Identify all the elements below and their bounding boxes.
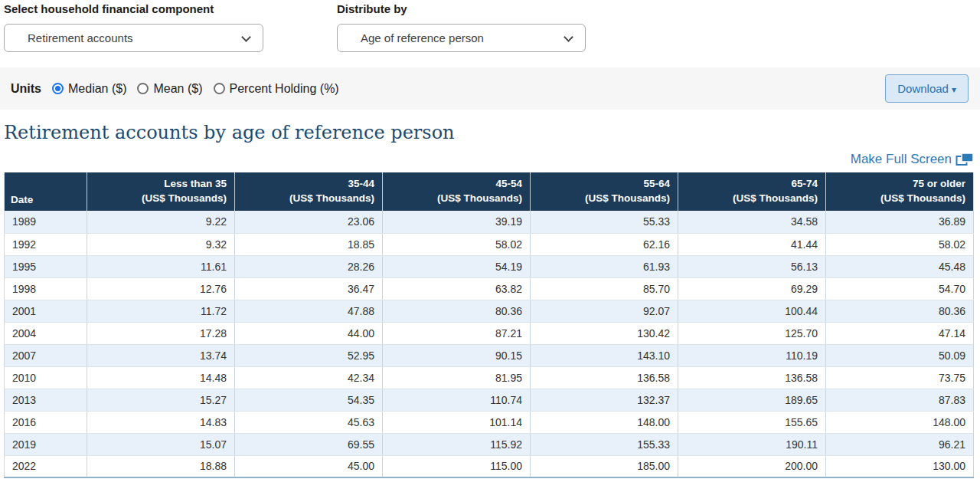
column-header-units: (US$ Thousands) <box>243 191 374 205</box>
value-cell: 12.76 <box>87 277 235 300</box>
units-options: Median ($)Mean ($)Percent Holding (%) <box>52 82 339 96</box>
distribute-filter-group: Distribute by Age of reference person <box>337 2 586 52</box>
column-header: 65-74(US$ Thousands) <box>678 172 826 211</box>
table-row: 19929.3218.8558.0262.1641.4458.02 <box>5 233 974 255</box>
value-cell: 36.89 <box>826 211 974 233</box>
value-cell: 45.63 <box>235 411 383 433</box>
unit-option-radio[interactable]: Median ($) <box>52 82 126 96</box>
table-header-row: DateLess than 35(US$ Thousands)35-44(US$… <box>5 172 974 211</box>
value-cell: 45.48 <box>826 255 974 277</box>
value-cell: 28.26 <box>235 255 383 277</box>
value-cell: 69.55 <box>235 433 383 455</box>
value-cell: 55.33 <box>531 211 678 233</box>
column-header-range: 75 or older <box>834 176 965 191</box>
fullscreen-icon <box>956 153 974 166</box>
value-cell: 80.36 <box>826 300 974 322</box>
date-cell: 2019 <box>5 433 87 455</box>
unit-option-label: Median ($) <box>68 82 126 96</box>
radio-icon[interactable] <box>137 83 149 94</box>
value-cell: 132.37 <box>531 389 678 411</box>
column-header-units: (US$ Thousands) <box>686 191 818 205</box>
date-cell: 2007 <box>5 344 87 366</box>
value-cell: 61.93 <box>531 255 678 277</box>
table-row: 199511.6128.2654.1961.9356.1345.48 <box>5 255 974 277</box>
download-button[interactable]: Download▾ <box>885 74 969 103</box>
column-header-range: 65-74 <box>686 176 818 191</box>
radio-selected-icon[interactable] <box>52 83 64 94</box>
value-cell: 92.07 <box>531 300 678 322</box>
component-select-value: Retirement accounts <box>28 31 133 44</box>
value-cell: 73.75 <box>826 366 974 389</box>
value-cell: 34.58 <box>678 211 826 233</box>
column-header-units: (US$ Thousands) <box>834 191 965 205</box>
value-cell: 148.00 <box>531 411 678 433</box>
column-header: Less than 35(US$ Thousands) <box>87 172 235 211</box>
value-cell: 58.02 <box>826 233 974 255</box>
value-cell: 18.85 <box>235 233 383 255</box>
value-cell: 13.74 <box>87 344 235 366</box>
table-row: 19899.2223.0639.1955.3334.5836.89 <box>5 211 974 233</box>
value-cell: 54.19 <box>383 255 531 277</box>
component-filter-group: Select household financial component Ret… <box>4 2 263 52</box>
table-row: 200713.7452.9590.15143.10110.1950.09 <box>5 344 974 366</box>
data-table: DateLess than 35(US$ Thousands)35-44(US$… <box>4 172 974 478</box>
date-cell: 1989 <box>5 211 87 233</box>
value-cell: 90.15 <box>383 344 531 366</box>
table-row: 200417.2844.0087.21130.42125.7047.14 <box>5 322 974 344</box>
value-cell: 80.36 <box>383 300 531 322</box>
radio-icon[interactable] <box>214 83 225 94</box>
value-cell: 36.47 <box>235 277 383 300</box>
unit-option-label: Percent Holding (%) <box>230 82 339 96</box>
value-cell: 11.72 <box>87 300 235 322</box>
date-cell: 2013 <box>5 389 87 411</box>
value-cell: 39.19 <box>383 211 531 233</box>
column-header-units: (US$ Thousands) <box>95 191 227 205</box>
date-cell: 1998 <box>5 277 87 300</box>
value-cell: 85.70 <box>531 277 678 300</box>
value-cell: 47.88 <box>235 300 383 322</box>
value-cell: 44.00 <box>235 322 383 344</box>
table-row: 202218.8845.00115.00185.00200.00130.00 <box>5 455 974 477</box>
unit-option-radio[interactable]: Mean ($) <box>137 82 202 96</box>
value-cell: 136.58 <box>678 366 826 389</box>
column-header-date: Date <box>5 172 87 211</box>
table-row: 201614.8345.63101.14148.00155.65148.00 <box>5 411 974 433</box>
date-cell: 2004 <box>5 322 87 344</box>
value-cell: 14.83 <box>87 411 235 433</box>
value-cell: 15.27 <box>87 389 235 411</box>
table-row: 201915.0769.55115.92155.33190.1196.21 <box>5 433 974 455</box>
value-cell: 110.19 <box>678 344 826 366</box>
column-header-range: 45-54 <box>390 176 522 191</box>
value-cell: 190.11 <box>678 433 826 455</box>
value-cell: 52.95 <box>235 344 383 366</box>
value-cell: 143.10 <box>531 344 678 366</box>
caret-down-icon: ▾ <box>952 84 956 95</box>
distribute-select-value: Age of reference person <box>361 31 484 44</box>
table-row: 201315.2754.35110.74132.37189.6587.83 <box>5 389 974 411</box>
column-header: 55-64(US$ Thousands) <box>531 172 678 211</box>
value-cell: 155.65 <box>678 411 826 433</box>
table-row: 199812.7636.4763.8285.7069.2954.70 <box>5 277 974 300</box>
value-cell: 81.95 <box>383 366 531 389</box>
make-full-screen-link[interactable]: Make Full Screen <box>851 152 974 167</box>
value-cell: 41.44 <box>678 233 826 255</box>
value-cell: 115.92 <box>383 433 531 455</box>
value-cell: 189.65 <box>678 389 826 411</box>
page-title: Retirement accounts by age of reference … <box>4 122 455 143</box>
value-cell: 115.00 <box>383 455 531 477</box>
value-cell: 23.06 <box>235 211 383 233</box>
chevron-down-icon <box>564 32 573 42</box>
units-label: Units <box>11 82 41 96</box>
value-cell: 87.21 <box>383 322 531 344</box>
value-cell: 11.61 <box>87 255 235 277</box>
value-cell: 130.42 <box>531 322 678 344</box>
value-cell: 125.70 <box>678 322 826 344</box>
component-select[interactable]: Retirement accounts <box>4 24 263 52</box>
value-cell: 96.21 <box>826 433 974 455</box>
date-cell: 2022 <box>5 455 87 477</box>
distribute-select[interactable]: Age of reference person <box>337 24 586 52</box>
unit-option-radio[interactable]: Percent Holding (%) <box>214 82 339 96</box>
value-cell: 50.09 <box>826 344 974 366</box>
value-cell: 148.00 <box>826 411 974 433</box>
date-cell: 2016 <box>5 411 87 433</box>
